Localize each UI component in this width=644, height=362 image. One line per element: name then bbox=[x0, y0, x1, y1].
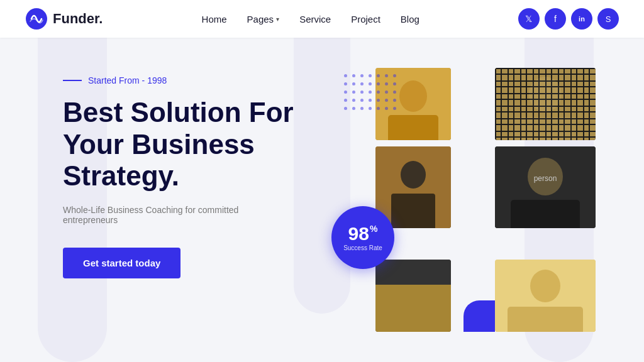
skype-button[interactable]: S bbox=[597, 8, 619, 30]
svg-rect-21 bbox=[375, 285, 451, 332]
svg-point-23 bbox=[530, 270, 560, 302]
quarter-circle-decoration bbox=[464, 300, 495, 332]
logo-text: Funder. bbox=[53, 11, 103, 27]
hero-image-2 bbox=[495, 68, 596, 140]
svg-point-14 bbox=[401, 161, 426, 189]
image-grid: person 98 % bbox=[325, 68, 596, 332]
get-started-button[interactable]: Get started today bbox=[63, 248, 180, 278]
nav-home[interactable]: Home bbox=[202, 14, 227, 25]
svg-rect-15 bbox=[391, 194, 435, 228]
success-number: 98 bbox=[348, 224, 369, 243]
hero-image-5 bbox=[375, 260, 451, 332]
started-label: Started From - 1998 bbox=[63, 75, 302, 85]
hero-subtitle: Whole-Life Business Coaching for committ… bbox=[63, 205, 277, 225]
twitter-icon: 𝕏 bbox=[525, 14, 532, 24]
nav-blog[interactable]: Blog bbox=[401, 14, 419, 25]
twitter-button[interactable]: 𝕏 bbox=[518, 8, 540, 30]
hero-content: Started From - 1998 Best Solution For Yo… bbox=[0, 38, 302, 362]
nav-pages[interactable]: Pages ▾ bbox=[247, 14, 280, 25]
hero-images: person 98 % bbox=[302, 38, 644, 362]
facebook-icon: f bbox=[554, 14, 557, 24]
svg-rect-24 bbox=[508, 307, 583, 332]
linkedin-icon: in bbox=[579, 15, 585, 23]
facebook-button[interactable]: f bbox=[545, 8, 566, 30]
success-label: Success Rate bbox=[343, 244, 382, 251]
svg-text:person: person bbox=[534, 174, 557, 183]
nav-service[interactable]: Service bbox=[299, 14, 331, 25]
started-text: Started From - 1998 bbox=[88, 75, 167, 85]
started-line-decoration bbox=[63, 80, 82, 81]
hero-image-3 bbox=[375, 146, 451, 228]
success-percent: % bbox=[370, 224, 377, 233]
main-section: Started From - 1998 Best Solution For Yo… bbox=[0, 38, 644, 362]
header: Funder. Home Pages ▾ Service Project Blo… bbox=[0, 0, 644, 38]
linkedin-button[interactable]: in bbox=[571, 8, 592, 30]
success-rate-badge: 98 % Success Rate bbox=[331, 206, 394, 269]
svg-rect-7 bbox=[495, 68, 596, 140]
svg-rect-18 bbox=[511, 200, 580, 228]
logo[interactable]: Funder. bbox=[25, 8, 103, 30]
dot-pattern-decoration bbox=[344, 74, 398, 112]
chevron-down-icon: ▾ bbox=[276, 16, 279, 23]
social-icons: 𝕏 f in S bbox=[518, 8, 619, 30]
svg-point-2 bbox=[399, 80, 427, 112]
nav-project[interactable]: Project bbox=[351, 14, 380, 25]
main-nav: Home Pages ▾ Service Project Blog bbox=[202, 14, 419, 25]
hero-image-4: person bbox=[495, 146, 596, 228]
hero-title: Best Solution For Your Business Strategy… bbox=[63, 97, 302, 192]
svg-rect-3 bbox=[388, 115, 438, 140]
hero-image-6 bbox=[495, 260, 596, 332]
logo-icon bbox=[25, 8, 48, 30]
skype-icon: S bbox=[606, 14, 611, 24]
